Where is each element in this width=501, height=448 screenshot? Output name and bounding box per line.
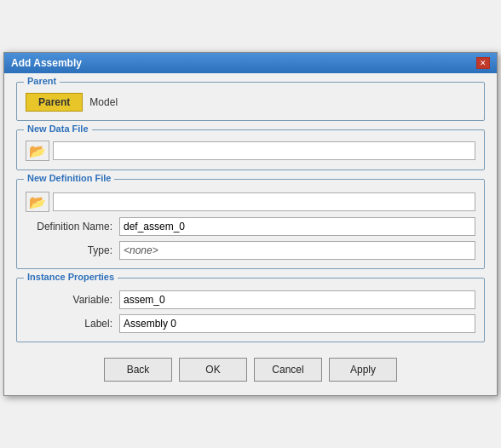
- parent-row: Parent Model: [26, 93, 475, 112]
- instance-properties-label: Instance Properties: [24, 272, 118, 282]
- label-input[interactable]: [119, 314, 475, 333]
- instance-properties-content: Variable: Label:: [26, 290, 475, 333]
- variable-row: Variable:: [26, 290, 475, 309]
- window-body: Parent Parent Model New Data File 📂 New …: [4, 73, 497, 395]
- type-label: Type:: [26, 244, 119, 256]
- parent-section: Parent Parent Model: [16, 82, 485, 121]
- new-definition-file-section: New Definition File 📂 Definition Name: T…: [16, 179, 485, 269]
- new-definition-file-label: New Definition File: [24, 173, 114, 183]
- add-assembly-dialog: Add Assembly ✕ Parent Parent Model New D…: [3, 52, 498, 396]
- definition-name-label: Definition Name:: [26, 221, 119, 233]
- definition-file-browse-button[interactable]: 📂: [26, 192, 49, 212]
- label-row: Label:: [26, 314, 475, 333]
- definition-name-row: Definition Name:: [26, 217, 475, 236]
- label-label: Label:: [26, 318, 119, 330]
- definition-file-content: 📂 Definition Name: Type:: [26, 192, 475, 260]
- parent-value: Model: [89, 96, 118, 108]
- folder-icon: 📂: [29, 143, 46, 159]
- new-data-file-section: New Data File 📂: [16, 129, 485, 170]
- definition-file-input[interactable]: [53, 192, 475, 211]
- type-row: Type:: [26, 241, 475, 260]
- apply-button[interactable]: Apply: [329, 358, 397, 382]
- variable-input[interactable]: [119, 290, 475, 309]
- data-file-browse-button[interactable]: 📂: [26, 141, 49, 161]
- button-row: Back OK Cancel Apply: [16, 351, 485, 387]
- definition-file-row: 📂: [26, 192, 475, 212]
- window-title: Add Assembly: [11, 57, 82, 69]
- type-input[interactable]: [119, 241, 475, 260]
- new-data-file-label: New Data File: [24, 123, 92, 134]
- close-button[interactable]: ✕: [476, 57, 490, 69]
- title-bar: Add Assembly ✕: [4, 53, 497, 73]
- cancel-button[interactable]: Cancel: [254, 358, 322, 382]
- folder-icon-2: 📂: [29, 194, 46, 210]
- variable-label: Variable:: [26, 294, 119, 306]
- parent-section-label: Parent: [24, 76, 60, 86]
- back-button[interactable]: Back: [104, 358, 172, 382]
- instance-properties-section: Instance Properties Variable: Label:: [16, 278, 485, 342]
- ok-button[interactable]: OK: [179, 358, 247, 382]
- data-file-row: 📂: [26, 141, 475, 161]
- window-controls: ✕: [476, 57, 490, 69]
- parent-button[interactable]: Parent: [26, 93, 83, 112]
- data-file-input[interactable]: [53, 141, 475, 160]
- definition-name-input[interactable]: [119, 217, 475, 236]
